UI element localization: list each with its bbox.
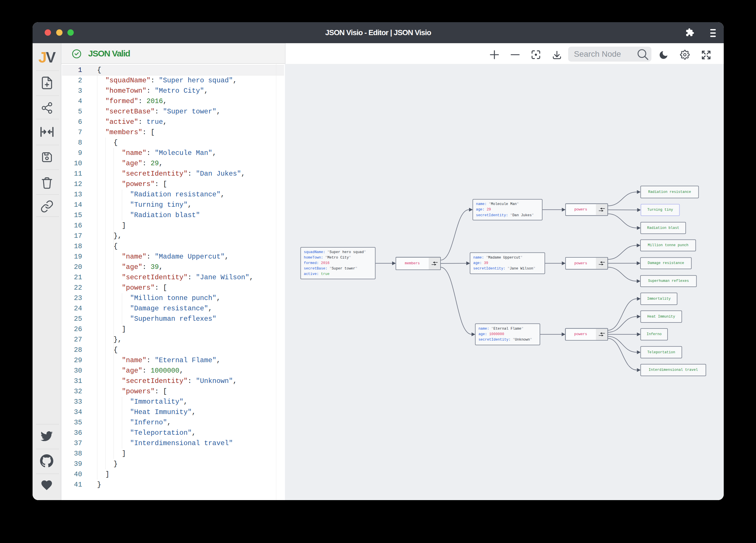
svg-text:name: "Madame Uppercut": name: "Madame Uppercut" [473,256,523,260]
svg-text:powers: powers [574,262,587,266]
svg-text:powers: powers [574,332,587,336]
svg-text:Radiation resistance: Radiation resistance [648,190,691,194]
svg-text:Damage resistance: Damage resistance [648,261,684,265]
svg-text:powers: powers [574,208,587,212]
svg-text:Heat Immunity: Heat Immunity [647,315,675,319]
svg-text:members: members [405,262,420,266]
svg-text:Immortality: Immortality [647,297,671,301]
svg-text:Interdimensional travel: Interdimensional travel [649,368,698,372]
svg-text:secretIdentity: "Dan Jukes": secretIdentity: "Dan Jukes" [476,213,534,218]
svg-text:Turning tiny: Turning tiny [647,208,673,212]
svg-text:secretIdentity: "Unknown": secretIdentity: "Unknown" [479,338,532,342]
svg-text:Million tonne punch: Million tonne punch [648,243,688,247]
svg-text:secretBase: "Super tower": secretBase: "Super tower" [304,267,358,271]
svg-text:homeTown: "Metro City": homeTown: "Metro City" [304,256,351,260]
svg-text:name: "Eternal Flame": name: "Eternal Flame" [479,327,523,331]
svg-text:formed: 2016: formed: 2016 [304,261,330,265]
svg-text:Superhuman reflexes: Superhuman reflexes [648,279,689,283]
svg-text:age: 39: age: 39 [473,261,488,265]
svg-text:Inferno: Inferno [647,332,661,336]
svg-text:Radiation blast: Radiation blast [647,226,679,230]
svg-text:active: true: active: true [304,272,330,276]
svg-text:age: 1000000: age: 1000000 [479,332,504,336]
svg-text:name: "Molecule Man": name: "Molecule Man" [476,202,519,206]
svg-text:Teleportation: Teleportation [647,350,675,354]
svg-text:secretIdentity: "Jane Wilson": secretIdentity: "Jane Wilson" [473,267,536,271]
svg-text:age: 29: age: 29 [476,208,491,212]
svg-text:squadName: "Super hero squad": squadName: "Super hero squad" [304,250,366,254]
